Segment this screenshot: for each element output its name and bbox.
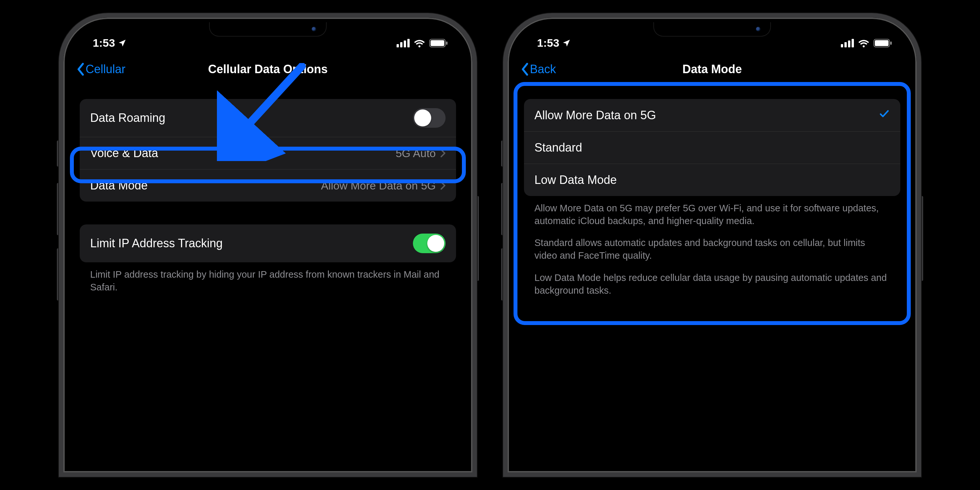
notch — [209, 22, 327, 37]
phone-left: 1:53 Cellular Cellular Data Options — [59, 13, 477, 477]
location-icon — [562, 38, 571, 48]
option-low-data[interactable]: Low Data Mode — [524, 164, 900, 196]
checkmark-icon — [879, 108, 890, 122]
cellular-icon — [841, 39, 854, 48]
svg-rect-11 — [852, 39, 854, 48]
svg-rect-0 — [396, 44, 399, 48]
option-label: Allow More Data on 5G — [535, 108, 656, 122]
settings-group-2: Limit IP Address Tracking — [80, 224, 456, 262]
phone-right: 1:53 Back Data Mode — [503, 13, 921, 477]
toggle-limit-ip[interactable] — [413, 234, 445, 253]
row-voice-data[interactable]: Voice & Data 5G Auto — [80, 137, 456, 169]
row-limit-ip-tracking[interactable]: Limit IP Address Tracking — [80, 224, 456, 262]
nav-bar: Cellular Cellular Data Options — [73, 52, 463, 86]
row-label: Data Mode — [90, 179, 148, 192]
svg-rect-5 — [431, 40, 444, 46]
back-label: Cellular — [86, 62, 126, 76]
back-button[interactable]: Back — [521, 62, 556, 76]
group-footer: Allow More Data on 5G may prefer 5G over… — [524, 196, 900, 297]
wifi-icon — [858, 39, 870, 48]
page-title: Data Mode — [682, 62, 742, 76]
svg-rect-8 — [841, 44, 843, 48]
row-label: Data Roaming — [90, 111, 165, 125]
settings-group-1: Data Roaming Voice & Data 5G Auto Data M… — [80, 99, 456, 202]
battery-icon — [873, 39, 892, 48]
row-data-mode[interactable]: Data Mode Allow More Data on 5G — [80, 169, 456, 202]
chevron-left-icon — [521, 63, 529, 76]
svg-rect-14 — [890, 41, 892, 45]
row-label: Limit IP Address Tracking — [90, 237, 223, 250]
option-standard[interactable]: Standard — [524, 131, 900, 164]
page-title: Cellular Data Options — [208, 62, 328, 76]
svg-rect-9 — [845, 42, 847, 48]
row-value: Allow More Data on 5G — [321, 179, 436, 192]
status-time: 1:53 — [537, 37, 559, 49]
option-label: Low Data Mode — [535, 173, 617, 187]
option-allow-more-5g[interactable]: Allow More Data on 5G — [524, 99, 900, 131]
data-mode-options: Allow More Data on 5G Standard Low Data … — [524, 99, 900, 196]
back-label: Back — [530, 62, 556, 76]
svg-rect-1 — [400, 42, 402, 48]
row-value: 5G Auto — [396, 147, 436, 160]
wifi-icon — [414, 39, 425, 48]
svg-rect-6 — [446, 41, 447, 45]
option-label: Standard — [535, 141, 582, 154]
location-icon — [118, 38, 127, 48]
back-button[interactable]: Cellular — [76, 62, 126, 76]
status-time: 1:53 — [93, 37, 115, 49]
group-footer: Limit IP address tracking by hiding your… — [80, 262, 456, 294]
svg-rect-2 — [404, 40, 406, 48]
toggle-data-roaming[interactable] — [413, 108, 445, 128]
chevron-right-icon — [440, 149, 445, 158]
cellular-icon — [396, 39, 410, 48]
svg-rect-13 — [875, 40, 889, 46]
notch — [653, 22, 771, 37]
chevron-left-icon — [76, 63, 85, 76]
row-label: Voice & Data — [90, 146, 158, 160]
chevron-right-icon — [440, 181, 445, 190]
svg-rect-3 — [407, 39, 410, 48]
svg-rect-10 — [848, 40, 850, 48]
nav-bar: Back Data Mode — [517, 52, 907, 86]
battery-icon — [429, 39, 448, 48]
row-data-roaming[interactable]: Data Roaming — [80, 99, 456, 137]
